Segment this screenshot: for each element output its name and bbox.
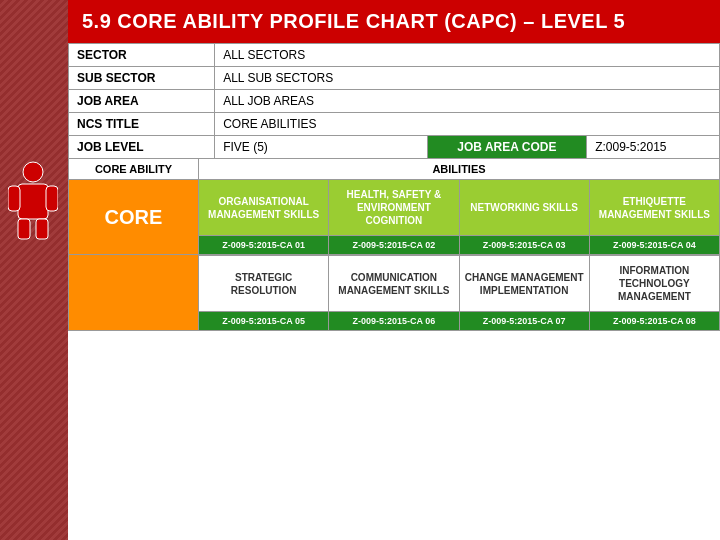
ability-cell-7: CHANGE MANAGEMENT IMPLEMENTATION Z-009-5… bbox=[460, 255, 590, 330]
sub-sector-label: SUB SECTOR bbox=[69, 67, 215, 90]
svg-rect-3 bbox=[36, 219, 48, 239]
sub-sector-row: SUB SECTOR ALL SUB SECTORS bbox=[69, 67, 720, 90]
ncs-title-label: NCS TITLE bbox=[69, 113, 215, 136]
person-icon bbox=[8, 160, 58, 240]
main-content: 5.9 CORE ABILITY PROFILE CHART (CAPC) – … bbox=[68, 0, 720, 540]
abilities-header-label: ABILITIES bbox=[199, 159, 719, 179]
page-title: 5.9 CORE ABILITY PROFILE CHART (CAPC) – … bbox=[68, 0, 720, 43]
ability-code-6: Z-009-5:2015-CA 06 bbox=[329, 311, 458, 330]
abilities-header: CORE ABILITY ABILITIES bbox=[68, 159, 720, 180]
ability-name-2: HEALTH, SAFETY & ENVIRONMENT COGNITION bbox=[329, 180, 458, 235]
ability-code-5: Z-009-5:2015-CA 05 bbox=[199, 311, 328, 330]
svg-point-0 bbox=[23, 162, 43, 182]
ability-cell-4: ETHIQUETTE MANAGEMENT SKILLS Z-009-5:201… bbox=[590, 180, 719, 254]
ability-name-1: ORGANISATIONAL MANAGEMENT SKILLS bbox=[199, 180, 328, 235]
job-area-value: ALL JOB AREAS bbox=[215, 90, 720, 113]
sector-value: ALL SECTORS bbox=[215, 44, 720, 67]
ncs-title-value: CORE ABILITIES bbox=[215, 113, 720, 136]
core-cell: CORE bbox=[69, 180, 199, 254]
job-area-row: JOB AREA ALL JOB AREAS bbox=[69, 90, 720, 113]
svg-rect-4 bbox=[8, 186, 20, 211]
job-area-label: JOB AREA bbox=[69, 90, 215, 113]
ability-code-3: Z-009-5:2015-CA 03 bbox=[460, 235, 589, 254]
ability-cell-5: STRATEGIC RESOLUTION Z-009-5:2015-CA 05 bbox=[199, 255, 329, 330]
abilities-row-1: CORE ORGANISATIONAL MANAGEMENT SKILLS Z-… bbox=[68, 180, 720, 255]
job-level-value: FIVE (5) bbox=[215, 136, 428, 159]
sector-label: SECTOR bbox=[69, 44, 215, 67]
svg-rect-5 bbox=[46, 186, 58, 211]
job-level-label: JOB LEVEL bbox=[69, 136, 215, 159]
core-cell-empty bbox=[69, 255, 199, 330]
job-area-code-value: Z:009-5:2015 bbox=[587, 136, 720, 159]
red-sidebar bbox=[0, 0, 68, 540]
ability-cells-row2: STRATEGIC RESOLUTION Z-009-5:2015-CA 05 … bbox=[199, 255, 719, 330]
ability-code-2: Z-009-5:2015-CA 02 bbox=[329, 235, 458, 254]
ability-code-7: Z-009-5:2015-CA 07 bbox=[460, 311, 589, 330]
ability-cell-6: COMMUNICATION MANAGEMENT SKILLS Z-009-5:… bbox=[329, 255, 459, 330]
info-table: SECTOR ALL SECTORS SUB SECTOR ALL SUB SE… bbox=[68, 43, 720, 159]
job-level-row: JOB LEVEL FIVE (5) JOB AREA CODE Z:009-5… bbox=[69, 136, 720, 159]
ability-name-5: STRATEGIC RESOLUTION bbox=[199, 255, 328, 311]
ability-code-8: Z-009-5:2015-CA 08 bbox=[590, 311, 719, 330]
svg-rect-2 bbox=[18, 219, 30, 239]
ability-name-6: COMMUNICATION MANAGEMENT SKILLS bbox=[329, 255, 458, 311]
job-area-code-label: JOB AREA CODE bbox=[427, 136, 586, 159]
svg-rect-1 bbox=[18, 184, 48, 219]
ability-cell-3: NETWORKING SKILLS Z-009-5:2015-CA 03 bbox=[460, 180, 590, 254]
ability-code-1: Z-009-5:2015-CA 01 bbox=[199, 235, 328, 254]
ability-name-3: NETWORKING SKILLS bbox=[460, 180, 589, 235]
ability-name-7: CHANGE MANAGEMENT IMPLEMENTATION bbox=[460, 255, 589, 311]
core-ability-header: CORE ABILITY bbox=[69, 159, 199, 179]
ability-name-4: ETHIQUETTE MANAGEMENT SKILLS bbox=[590, 180, 719, 235]
sub-sector-value: ALL SUB SECTORS bbox=[215, 67, 720, 90]
ability-code-4: Z-009-5:2015-CA 04 bbox=[590, 235, 719, 254]
abilities-row-2: STRATEGIC RESOLUTION Z-009-5:2015-CA 05 … bbox=[68, 255, 720, 331]
ability-cell-1: ORGANISATIONAL MANAGEMENT SKILLS Z-009-5… bbox=[199, 180, 329, 254]
ncs-title-row: NCS TITLE CORE ABILITIES bbox=[69, 113, 720, 136]
sector-row: SECTOR ALL SECTORS bbox=[69, 44, 720, 67]
ability-cells-row1: ORGANISATIONAL MANAGEMENT SKILLS Z-009-5… bbox=[199, 180, 719, 254]
ability-name-8: INFORMATION TECHNOLOGY MANAGEMENT bbox=[590, 255, 719, 311]
ability-cell-2: HEALTH, SAFETY & ENVIRONMENT COGNITION Z… bbox=[329, 180, 459, 254]
ability-cell-8: INFORMATION TECHNOLOGY MANAGEMENT Z-009-… bbox=[590, 255, 719, 330]
